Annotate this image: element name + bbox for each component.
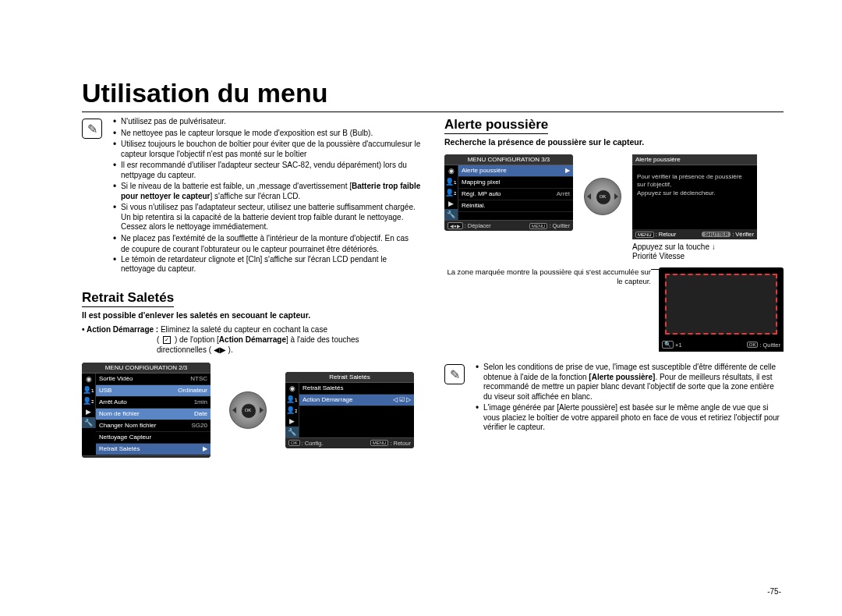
popup-header: Alerte poussière <box>632 154 757 165</box>
menu-row: Retrait Saletés <box>299 383 414 395</box>
ok-key-icon: OK <box>288 440 300 446</box>
person2-icon: 👤₂ <box>285 405 299 416</box>
alerte-popup: Alerte poussière Pour vérifier la présen… <box>632 154 757 239</box>
ok-button-icon: OK <box>600 194 607 199</box>
shutter-key-icon: SHUTTER <box>702 232 731 237</box>
menu-row-selected: Retrait Saletés▶ <box>96 444 210 455</box>
dpad-icon: ◀●▶ <box>448 222 463 229</box>
left-column: ✎ N'utilisez pas de pulvérisateur. Ne ne… <box>82 117 421 458</box>
note-icon: ✎ <box>444 364 465 384</box>
control-dial-icon: OK <box>229 391 267 429</box>
menu-row: Nettoyage Capteur <box>96 432 210 444</box>
control-dial-icon: OK <box>584 178 621 215</box>
section-alerte-poussiere: Alerte poussière <box>444 117 548 134</box>
menu-row: Réinitial. <box>458 200 573 212</box>
right-column: Alerte poussière Recherche la présence d… <box>444 117 784 458</box>
action-text: directionnelles ( ◀▶ ). <box>82 345 233 355</box>
bullet: Si vous n'utilisez pas l'adaptateur sect… <box>113 203 421 232</box>
wrench-icon: 🔧 <box>285 427 299 437</box>
camera-menu-retrait: Retrait Saletés ◉ 👤₁ 👤₂ ▶ 🔧 Retrait Sale… <box>285 372 414 448</box>
menu-row: Mapping pixel <box>458 177 573 189</box>
person2-icon: 👤₂ <box>444 187 458 198</box>
person1-icon: 👤₁ <box>444 176 458 187</box>
divider <box>82 112 784 112</box>
action-demarrage-label: • Action Démarrage : <box>82 325 158 334</box>
down-arrow-icon: ↓ <box>712 243 716 251</box>
magnify-icon: 🔍 <box>662 341 674 349</box>
sensor-view-screen: 🔍×1 OK: Quitter <box>659 267 784 352</box>
press-shutter-hint: Appuyez sur la touche ↓ Priorité Vitesse <box>632 243 757 261</box>
playback-icon: ▶ <box>444 198 458 209</box>
bullet: L'image générée par [Alerte poussière] e… <box>476 403 784 433</box>
ok-button-icon: OK <box>245 408 252 412</box>
camera-menu-2-3: MENU CONFIGURATION 2/3 ◉ 👤₁ 👤₂ ▶ 🔧 Sorti… <box>82 363 210 458</box>
bullet: Utilisez toujours le bouchon de boîtier … <box>113 140 421 159</box>
menu-row-selected: Action Démarrage◁ ☑ ▷ <box>299 395 414 406</box>
menu-row: Régl. MP autoArrêt <box>458 189 573 200</box>
camera-menu-3-3: MENU CONFIGURATION 3/3 ◉ 👤₁ 👤₂ ▶ 🔧 Alert… <box>444 154 573 231</box>
menu-header: Retrait Saletés <box>285 372 414 383</box>
menu-key-icon: MENU <box>635 232 654 238</box>
popup-text: Appuyez sur le déclencheur. <box>637 189 752 197</box>
menu-header: MENU CONFIGURATION 3/3 <box>444 154 573 165</box>
section-subtitle: Recherche la présence de poussière sur l… <box>444 137 784 147</box>
menu-row: Sortie VidéoNTSC <box>96 373 210 385</box>
bullet: Ne nettoyee pas le capteur lorsque le mo… <box>113 129 421 139</box>
bullet: N'utilisez pas de pulvérisateur. <box>113 117 421 127</box>
bullet-battery-warning: Si le niveau de la batterie est faible, … <box>113 182 421 201</box>
menu-row: Nom de fichierDate <box>96 409 210 420</box>
camera-icon: ◉ <box>444 165 458 176</box>
action-text: Eliminez la saleté du capteur en cochant… <box>161 325 327 334</box>
camera-icon: ◉ <box>82 373 96 384</box>
person1-icon: 👤₁ <box>82 384 96 395</box>
menu-row-selected: Alerte poussière▶ <box>458 165 573 177</box>
ok-key-icon: OK <box>747 342 759 348</box>
checkbox-icon: ✓ <box>163 336 171 344</box>
popup-text: Pour vérifier la présence de poussière s… <box>637 173 752 189</box>
playback-icon: ▶ <box>82 406 96 417</box>
camera-icon: ◉ <box>285 383 299 394</box>
bullet: Il esr recommandé d'utiliser l'adapteur … <box>113 161 421 180</box>
menu-row: USBOrdinateur <box>96 385 210 397</box>
menu-key-icon: MENU <box>529 223 548 229</box>
page-title: Utilisation du menu <box>82 78 784 108</box>
dust-zone-overlay <box>665 274 777 335</box>
bullet: Ne placez pas l'extémité de la soufflett… <box>113 234 421 244</box>
person2-icon: 👤₂ <box>82 395 96 406</box>
wrench-icon: 🔧 <box>82 417 96 428</box>
note-icon: ✎ <box>82 119 102 139</box>
playback-icon: ▶ <box>285 416 299 427</box>
bullet: Le témoin de retardateur clignote et [Cl… <box>113 255 421 274</box>
menu-header: MENU CONFIGURATION 2/3 <box>82 363 210 373</box>
menu-row: Changer Nom fichierSG20 <box>96 420 210 432</box>
continuation-text: de coupure de courant l'obturateur ou le… <box>108 245 421 255</box>
menu-row: Arrêt Auto1min <box>96 397 210 409</box>
bullet: Selon les conditions de prise de vue, l'… <box>476 363 784 402</box>
menu-key-icon: MENU <box>370 440 389 446</box>
sensor-caption: La zone marquée montre la poussière qui … <box>444 267 651 352</box>
page-number: -75- <box>767 587 781 596</box>
section-retrait-saletes: Retrait Saletés <box>82 290 174 307</box>
section-subtitle: Il est possible d'enlever les saletés en… <box>82 310 421 320</box>
pointer-line-icon <box>651 269 659 270</box>
person1-icon: 👤₁ <box>285 394 299 405</box>
wrench-icon: 🔧 <box>444 209 458 220</box>
